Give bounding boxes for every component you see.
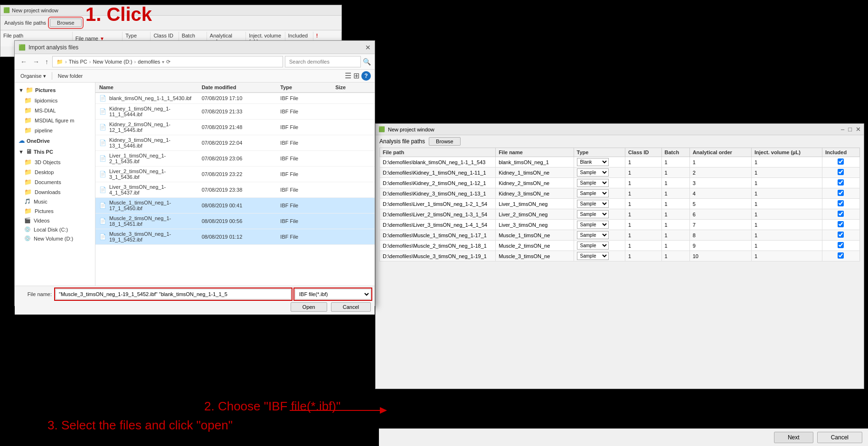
td-order: 1 [689, 157, 751, 167]
path-refresh-icon[interactable]: ⟳ [166, 59, 170, 65]
included-checkbox[interactable] [838, 158, 844, 165]
included-checkbox[interactable] [838, 242, 844, 248]
td-type[interactable]: Blank Sample QC Standard [574, 167, 625, 178]
type-select[interactable]: Blank Sample QC Standard [577, 168, 609, 177]
sidebar-item-3d-objects[interactable]: 📁 3D Objects [15, 157, 95, 167]
cancel-action-button[interactable]: Cancel [817, 432, 862, 443]
td-type[interactable]: Blank Sample QC Standard [574, 178, 625, 188]
td-type[interactable]: Blank Sample QC Standard [574, 220, 625, 230]
td-type[interactable]: Blank Sample QC Standard [574, 230, 625, 241]
td-path: D:\demofiles\blank_timsON_neg_1-1_1_543 [380, 157, 496, 167]
td-filename: Kidney_3_timsON_ne [496, 188, 574, 199]
new-folder-button[interactable]: New folder [56, 72, 85, 80]
file-row[interactable]: 📄 Muscle_2_timsON_neg_1-18_1_5451.ibf 08… [95, 214, 375, 229]
td-order: 8 [689, 230, 751, 241]
step3-annotation: 3. Select the files and click "open" [47, 418, 233, 433]
included-checkbox[interactable] [838, 221, 844, 227]
sidebar-item-videos[interactable]: 🎬 Videos [15, 216, 95, 225]
open-button[interactable]: Open [291, 302, 327, 312]
right-browse-button[interactable]: Browse [429, 137, 461, 146]
sidebar-item-new-volume-d[interactable]: 💿 New Volume (D:) [15, 234, 95, 243]
type-select[interactable]: Blank Sample QC Standard [577, 158, 609, 166]
file-row[interactable]: 📄 Liver_2_timsON_neg_1-3_1_5436.ibf 07/0… [95, 167, 375, 182]
organise-button[interactable]: Organise ▾ [19, 72, 48, 80]
td-included[interactable] [822, 241, 859, 251]
file-row[interactable]: 📄 Muscle_1_timsON_neg_1-17_1_5450.ibf 08… [95, 198, 375, 214]
td-batch: 1 [661, 220, 689, 230]
td-included[interactable] [822, 167, 859, 178]
view-tiles-icon[interactable]: ⊞ [353, 71, 359, 81]
cancel-button[interactable]: Cancel [331, 302, 371, 312]
td-type[interactable]: Blank Sample QC Standard [574, 241, 625, 251]
sidebar-item-desktop[interactable]: 📁 Desktop [15, 167, 95, 177]
td-type[interactable]: Blank Sample QC Standard [574, 157, 625, 167]
file-cell-name: 📄 Kidney_3_timsON_neg_1-13_1_5446.ibf [95, 137, 198, 149]
file-cell-size [331, 127, 375, 128]
td-included[interactable] [822, 220, 859, 230]
td-included[interactable] [822, 199, 859, 209]
type-select[interactable]: Blank Sample QC Standard [577, 242, 609, 250]
td-included[interactable] [822, 209, 859, 220]
search-input[interactable] [285, 56, 361, 67]
search-button[interactable]: 🔍 [363, 58, 371, 65]
col-order: Analytical order [689, 148, 751, 157]
sidebar-item-music[interactable]: 🎵 Music [15, 197, 95, 206]
maximize-icon[interactable]: □ [848, 126, 852, 133]
video-icon: 🎬 [24, 217, 31, 223]
included-checkbox[interactable] [838, 179, 844, 186]
included-checkbox[interactable] [838, 211, 844, 217]
help-button[interactable]: ? [361, 71, 371, 81]
sidebar-item-msdial-figure[interactable]: 📁 MSDIAL figure m [15, 115, 95, 125]
dialog-close-button[interactable]: ✕ [365, 44, 371, 51]
included-checkbox[interactable] [838, 200, 844, 206]
path-dropdown-icon[interactable]: ▾ [162, 59, 164, 65]
filetype-select[interactable]: IBF file(*.ibf) [295, 289, 371, 299]
type-select[interactable]: Blank Sample QC Standard [577, 189, 609, 197]
minimize-icon[interactable]: – [841, 126, 844, 133]
sidebar-item-lipidomics[interactable]: 📁 lipidomics [15, 95, 95, 105]
td-type[interactable]: Blank Sample QC Standard [574, 251, 625, 261]
file-row[interactable]: 📄 Kidney_2_timsON_neg_1-12_1_5445.ibf 07… [95, 120, 375, 135]
view-details-icon[interactable]: ☰ [345, 71, 351, 81]
td-included[interactable] [822, 188, 859, 199]
included-checkbox[interactable] [838, 252, 844, 259]
td-included[interactable] [822, 157, 859, 167]
browse-button[interactable]: Browse [50, 19, 82, 27]
file-row[interactable]: 📄 Liver_1_timsON_neg_1-2_1_5435.ibf 07/0… [95, 151, 375, 167]
included-checkbox[interactable] [838, 232, 844, 238]
filename-input[interactable] [56, 289, 291, 299]
file-row[interactable]: 📄 Liver_3_timsON_neg_1-4_1_5437.ibf 07/0… [95, 182, 375, 198]
included-checkbox[interactable] [838, 190, 844, 196]
type-select[interactable]: Blank Sample QC Standard [577, 221, 609, 229]
type-select[interactable]: Blank Sample QC Standard [577, 210, 609, 218]
included-checkbox[interactable] [838, 169, 844, 175]
sidebar-item-pictures2[interactable]: 📁 Pictures [15, 206, 95, 216]
td-included[interactable] [822, 178, 859, 188]
type-select[interactable]: Blank Sample QC Standard [577, 252, 609, 260]
folder-icon: 📁 [24, 207, 32, 214]
sidebar-item-documents[interactable]: 📁 Documents [15, 177, 95, 187]
td-type[interactable]: Blank Sample QC Standard [574, 188, 625, 199]
type-select[interactable]: Blank Sample QC Standard [577, 231, 609, 239]
file-row[interactable]: 📄 Kidney_3_timsON_neg_1-13_1_5446.ibf 07… [95, 135, 375, 151]
close-icon[interactable]: ✕ [856, 126, 861, 133]
sidebar-item-pipeline[interactable]: 📁 pipeline [15, 125, 95, 135]
type-select[interactable]: Blank Sample QC Standard [577, 200, 609, 208]
folder-icon: 📁 [24, 188, 32, 195]
td-type[interactable]: Blank Sample QC Standard [574, 209, 625, 220]
file-row[interactable]: 📄 Kidney_1_timsON_neg_1-11_1_5444.ibf 07… [95, 104, 375, 120]
file-row[interactable]: 📄 Muscle_3_timsON_neg_1-19_1_5452.ibf 08… [95, 229, 375, 245]
address-path-box[interactable]: 📁 › This PC › New Volume (D:) › demofile… [52, 56, 283, 67]
next-button[interactable]: Next [774, 432, 813, 443]
file-row[interactable]: 📄 blank_timsON_neg_1-1_1_5430.ibf 07/08/… [95, 93, 375, 104]
td-included[interactable] [822, 230, 859, 241]
td-included[interactable] [822, 251, 859, 261]
type-select[interactable]: Blank Sample QC Standard [577, 179, 609, 187]
sidebar-item-msdial[interactable]: 📁 MS-DIAL [15, 105, 95, 115]
nav-back-button[interactable]: ← [19, 57, 29, 66]
sidebar-item-local-disk-c[interactable]: 💿 Local Disk (C:) [15, 225, 95, 234]
td-type[interactable]: Blank Sample QC Standard [574, 199, 625, 209]
nav-forward-button[interactable]: → [31, 57, 41, 66]
nav-up-button[interactable]: ↑ [43, 57, 50, 66]
sidebar-item-downloads[interactable]: 📁 Downloads [15, 187, 95, 197]
